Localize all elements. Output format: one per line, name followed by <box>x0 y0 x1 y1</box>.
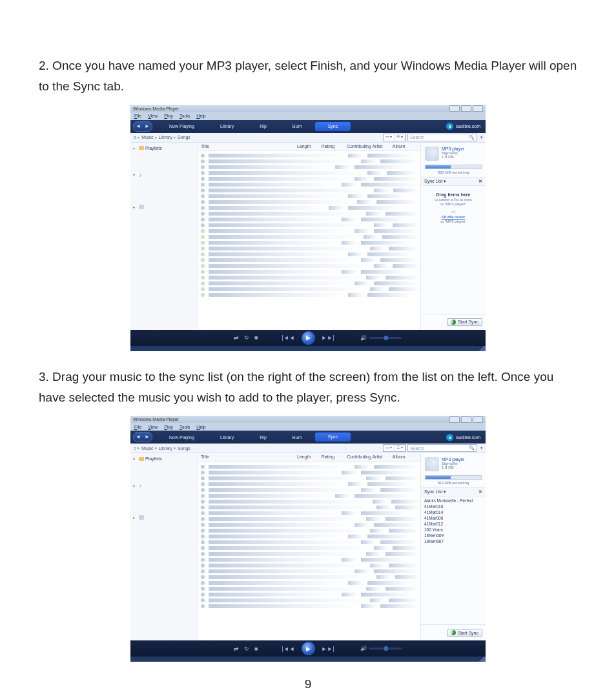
menu-view[interactable]: View <box>148 425 158 429</box>
synclist-header[interactable]: Sync List ▾ <box>424 489 446 495</box>
volume-slider[interactable] <box>369 337 402 339</box>
shuffle-icon[interactable]: ⇄ <box>234 334 239 341</box>
list-item[interactable]: 41Mar010 <box>424 504 482 509</box>
library-tree[interactable]: ▾Playlists ▾♪ ▸ <box>130 143 198 330</box>
list-item[interactable]: Alanis Morissette - Perfect <box>424 498 482 504</box>
menu-view[interactable]: View <box>148 114 158 118</box>
crumb-songs[interactable]: Songs <box>178 135 190 139</box>
list-item[interactable]: 18Neh007 <box>424 538 482 544</box>
shuffle-music-link[interactable]: Shuffle music <box>425 215 482 219</box>
tab-bar: ◄► Now Playing Library Rip Burn Sync a a… <box>130 120 486 133</box>
synclist-drop-zone[interactable]: Drag items here to create a list to sync… <box>421 186 486 314</box>
tab-burn[interactable]: Burn <box>280 124 315 128</box>
device-name[interactable]: MP3 player <box>442 457 464 462</box>
tab-sync[interactable]: Sync <box>315 122 351 131</box>
clear-list-icon[interactable]: ✕ <box>478 179 482 184</box>
close-button[interactable] <box>473 105 483 112</box>
library-tree[interactable]: ▾Playlists ▾♪ ▸ <box>130 453 198 640</box>
tab-rip[interactable]: Rip <box>247 124 280 128</box>
tab-rip[interactable]: Rip <box>247 435 280 440</box>
minimize-button[interactable] <box>449 105 460 112</box>
previous-button[interactable]: |◄◄ <box>282 646 294 652</box>
window-titlebar[interactable]: Windows Media Player <box>130 105 486 112</box>
tab-library[interactable]: Library <box>207 435 247 440</box>
play-button[interactable]: ▶ <box>302 331 315 345</box>
tree-playlists[interactable]: Playlists <box>145 146 162 150</box>
tab-burn[interactable]: Burn <box>280 435 315 440</box>
col-title[interactable]: Title <box>198 143 294 150</box>
menu-tools[interactable]: Tools <box>180 114 190 118</box>
tab-sync[interactable]: Sync <box>315 433 351 442</box>
list-item[interactable]: 100 Years <box>424 527 482 533</box>
col-contrib[interactable]: Contributing Artist <box>344 143 390 150</box>
device-icon <box>425 147 439 161</box>
tab-now-playing[interactable]: Now Playing <box>156 435 207 440</box>
repeat-icon[interactable]: ↻ <box>244 334 249 341</box>
maximize-button[interactable] <box>461 105 471 112</box>
songs-list[interactable]: Title Length Rating Contributing Artist … <box>198 143 420 330</box>
music-note-icon: ♫ <box>133 135 136 139</box>
options-dropdown-icon[interactable]: ▾ <box>480 135 483 140</box>
options-dropdown-icon[interactable]: ▾ <box>480 445 483 451</box>
search-input[interactable]: Search 🔍 <box>407 134 477 141</box>
window-titlebar[interactable]: Windows Media Player <box>130 416 486 423</box>
repeat-icon[interactable]: ↻ <box>244 646 249 652</box>
menu-help[interactable]: Help <box>196 114 205 118</box>
songs-list[interactable]: Title Length Rating Contributing Artist … <box>198 453 420 640</box>
col-rating[interactable]: Rating <box>319 143 344 150</box>
minimize-button[interactable] <box>449 416 460 423</box>
crumb-songs[interactable]: Songs <box>178 446 190 451</box>
col-title[interactable]: Title <box>198 453 294 461</box>
view-toggle[interactable]: ▭ ▾☰ ▾ <box>383 134 406 141</box>
view-toggle[interactable]: ▭ ▾☰ ▾ <box>383 444 406 452</box>
menu-help[interactable]: Help <box>196 425 205 429</box>
crumb-music[interactable]: Music <box>141 446 153 451</box>
stop-icon[interactable]: ■ <box>254 646 258 652</box>
start-sync-button[interactable]: Start Sync <box>447 318 482 326</box>
volume-icon[interactable]: 🔊 <box>360 335 367 341</box>
list-item[interactable]: 41Mar012 <box>424 521 482 527</box>
shuffle-icon[interactable]: ⇄ <box>234 646 239 652</box>
next-button[interactable]: ►►| <box>322 334 334 341</box>
list-item[interactable]: 41Mar014 <box>424 509 482 515</box>
tree-playlists[interactable]: Playlists <box>145 456 162 461</box>
menu-tools[interactable]: Tools <box>180 425 190 429</box>
search-input[interactable]: Search 🔍 <box>407 444 477 452</box>
col-album[interactable]: Album <box>390 143 420 150</box>
tab-now-playing[interactable]: Now Playing <box>156 124 207 128</box>
col-album[interactable]: Album <box>390 453 420 461</box>
nav-back-forward[interactable]: ◄► <box>133 121 152 132</box>
nav-back-forward[interactable]: ◄► <box>133 432 152 442</box>
maximize-button[interactable] <box>461 416 471 423</box>
stop-icon[interactable]: ■ <box>254 334 258 341</box>
close-button[interactable] <box>473 416 483 423</box>
tab-audible[interactable]: audible.com <box>456 124 480 128</box>
menu-file[interactable]: File <box>134 425 141 429</box>
list-item[interactable]: 41Mar006 <box>424 515 482 521</box>
previous-button[interactable]: |◄◄ <box>282 334 294 341</box>
col-contrib[interactable]: Contributing Artist <box>344 453 390 461</box>
start-sync-button[interactable]: Start Sync <box>447 629 482 637</box>
tab-audible[interactable]: audible.com <box>456 435 480 440</box>
resize-grip[interactable] <box>479 346 486 351</box>
play-button[interactable]: ▶ <box>302 642 315 655</box>
menu-play[interactable]: Play <box>164 425 173 429</box>
col-length[interactable]: Length <box>294 453 319 461</box>
synclist-items[interactable]: Alanis Morissette - Perfect 41Mar010 41M… <box>421 496 486 624</box>
col-rating[interactable]: Rating <box>319 453 344 461</box>
next-button[interactable]: ►►| <box>322 646 334 652</box>
crumb-library[interactable]: Library <box>159 135 172 139</box>
synclist-header[interactable]: Sync List ▾ <box>424 179 446 184</box>
menu-file[interactable]: File <box>134 114 141 118</box>
device-name[interactable]: MP3 player <box>442 147 464 151</box>
volume-icon[interactable]: 🔊 <box>360 646 367 651</box>
resize-grip[interactable] <box>479 657 486 662</box>
tab-library[interactable]: Library <box>207 124 247 128</box>
volume-slider[interactable] <box>369 648 402 649</box>
col-length[interactable]: Length <box>294 143 319 150</box>
clear-list-icon[interactable]: ✕ <box>478 489 482 495</box>
list-item[interactable]: 18Neh009 <box>424 533 482 538</box>
crumb-music[interactable]: Music <box>141 135 153 139</box>
crumb-library[interactable]: Library <box>159 446 172 451</box>
menu-play[interactable]: Play <box>164 114 173 118</box>
